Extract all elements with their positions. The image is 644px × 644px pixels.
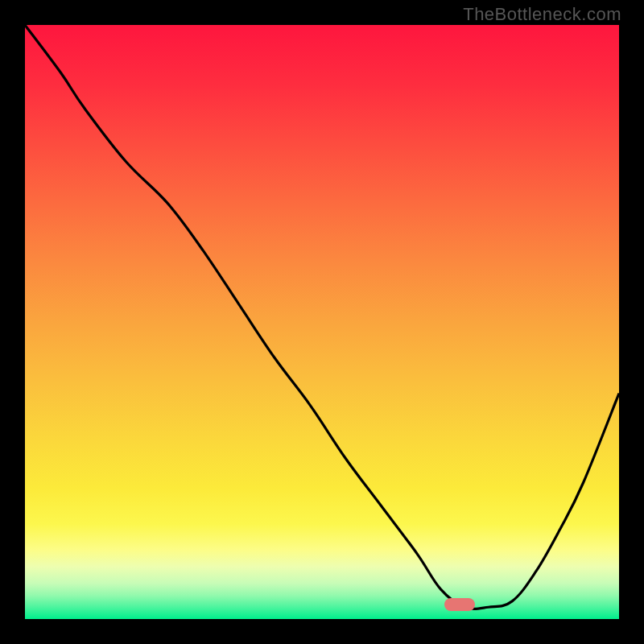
heat-gradient: [25, 25, 619, 619]
plot-area: [25, 25, 619, 619]
svg-rect-0: [25, 25, 619, 619]
optimal-marker: [444, 598, 475, 611]
chart-frame: TheBottleneck.com: [0, 0, 644, 644]
watermark-text: TheBottleneck.com: [463, 4, 621, 25]
